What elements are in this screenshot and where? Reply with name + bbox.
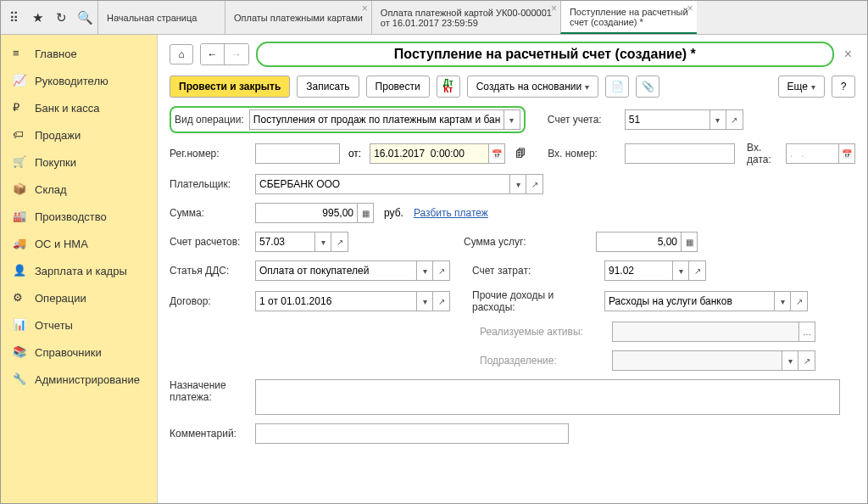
dropdown-icon[interactable]: ▾ <box>504 109 520 130</box>
sidebar-item-purchases[interactable]: 🛒Покупки <box>1 148 157 176</box>
purpose-label: Назначение платежа: <box>170 379 250 403</box>
rub-label: руб. <box>384 207 403 219</box>
sidebar-item-production[interactable]: 🏭Производство <box>1 203 157 230</box>
open-icon[interactable]: ↗ <box>433 291 450 311</box>
comment-input[interactable] <box>255 423 569 444</box>
apps-icon[interactable]: ⠿ <box>6 10 21 25</box>
content: ⌂ ← → Поступление на расчетный счет (соз… <box>158 35 867 503</box>
calendar-icon[interactable]: 📅 <box>838 143 855 164</box>
dropdown-icon[interactable]: ▾ <box>509 174 526 194</box>
topbar: ⠿ ★ ↻ 🔍 Начальная страница × Оплаты плат… <box>1 1 867 35</box>
regno-input[interactable] <box>255 143 340 164</box>
sidebar-item-reports[interactable]: 📊Отчеты <box>1 311 157 339</box>
post-and-close-button[interactable]: Провести и закрыть <box>170 76 290 98</box>
doc-icon[interactable]: 🗐 <box>515 148 526 160</box>
dropdown-icon[interactable]: ▾ <box>416 260 433 281</box>
sidebar-item-hr[interactable]: 👤Зарплата и кадры <box>1 257 157 284</box>
calc-acct-input[interactable] <box>255 232 314 252</box>
contract-input[interactable] <box>255 291 416 311</box>
contract-label: Договор: <box>170 295 250 307</box>
split-payment-link[interactable]: Разбить платеж <box>414 207 488 219</box>
in-no-label: Вх. номер: <box>548 148 620 160</box>
payer-label: Плательщик: <box>170 178 250 190</box>
sidebar-item-refs[interactable]: 📚Справочники <box>1 339 157 366</box>
sidebar-item-admin[interactable]: 🔧Администрирование <box>1 366 157 393</box>
comment-label: Комментарий: <box>170 428 250 440</box>
close-page-button[interactable]: × <box>841 47 855 62</box>
forward-button[interactable]: → <box>225 44 248 64</box>
division-input[interactable] <box>612 350 782 371</box>
back-button[interactable]: ← <box>201 44 225 64</box>
sidebar-item-main[interactable]: ≡Главное <box>1 40 157 67</box>
create-based-button[interactable]: Создать на основании <box>467 76 599 98</box>
open-icon[interactable]: ↗ <box>526 174 543 194</box>
more-button[interactable]: Еще <box>778 76 825 98</box>
open-icon[interactable]: ↗ <box>331 232 348 252</box>
tab-home[interactable]: Начальная страница <box>97 1 225 34</box>
history-icon[interactable]: ↻ <box>53 10 69 25</box>
op-type-input[interactable] <box>249 109 504 130</box>
open-icon[interactable]: ↗ <box>433 260 450 281</box>
toolbar: Провести и закрыть Записать Провести ДтК… <box>170 76 855 98</box>
close-icon[interactable]: × <box>551 3 557 14</box>
attach-button[interactable]: 📎 <box>636 76 659 98</box>
dropdown-icon[interactable]: ▾ <box>709 109 726 130</box>
in-date-label: Вх. дата: <box>747 142 781 165</box>
dds-input[interactable] <box>255 260 416 281</box>
account-input[interactable] <box>625 109 709 130</box>
dropdown-icon[interactable]: ▾ <box>774 291 791 311</box>
purpose-textarea[interactable] <box>255 379 840 415</box>
sidebar-item-assets[interactable]: 🚚ОС и НМА <box>1 230 157 257</box>
dropdown-icon[interactable]: ▾ <box>672 260 689 281</box>
post-button[interactable]: Провести <box>366 76 430 98</box>
calc-icon[interactable]: ▦ <box>357 203 374 223</box>
star-icon[interactable]: ★ <box>30 10 45 25</box>
print-button[interactable]: 📄 <box>605 76 629 98</box>
calendar-icon[interactable]: 📅 <box>488 143 505 164</box>
other-label: Прочие доходы и расходы: <box>472 289 599 313</box>
home-button[interactable]: ⌂ <box>170 44 193 64</box>
sidebar-item-operations[interactable]: ⚙Операции <box>1 284 157 311</box>
topbar-icons: ⠿ ★ ↻ 🔍 <box>1 1 97 34</box>
sum-label: Сумма: <box>170 207 250 219</box>
sidebar-item-manager[interactable]: 📈Руководителю <box>1 67 157 94</box>
open-icon[interactable]: ↗ <box>726 109 743 130</box>
cost-acct-input[interactable] <box>604 260 672 281</box>
search-icon[interactable]: 🔍 <box>77 10 92 25</box>
close-icon[interactable]: × <box>362 3 368 14</box>
service-sum-input[interactable] <box>596 232 681 252</box>
open-icon[interactable]: ↗ <box>798 350 815 371</box>
nav-group: ← → <box>200 43 249 65</box>
other-input[interactable] <box>604 291 774 311</box>
tabs: Начальная страница × Оплаты платежными к… <box>97 1 867 34</box>
calc-icon[interactable]: ▦ <box>681 232 698 252</box>
dds-label: Статья ДДС: <box>170 265 250 277</box>
division-label: Подразделение: <box>480 355 607 367</box>
dropdown-icon[interactable]: ▾ <box>314 232 331 252</box>
payer-input[interactable] <box>255 174 509 194</box>
dropdown-icon[interactable]: ▾ <box>782 350 798 371</box>
tab-card-payments[interactable]: × Оплаты платежными картами <box>225 1 371 34</box>
assets-input[interactable] <box>612 322 798 342</box>
in-no-input[interactable] <box>625 143 735 164</box>
close-icon[interactable]: × <box>687 3 693 14</box>
dropdown-icon[interactable]: ▾ <box>416 291 433 311</box>
tab-card-payment-doc[interactable]: × Оплата платежной картой УК00-000001 от… <box>371 1 560 34</box>
open-icon[interactable]: ↗ <box>791 291 808 311</box>
service-sum-label: Сумма услуг: <box>464 236 591 248</box>
save-button[interactable]: Записать <box>297 76 359 98</box>
help-button[interactable]: ? <box>832 76 855 98</box>
sidebar-item-warehouse[interactable]: 📦Склад <box>1 176 157 203</box>
tab-bank-receipt[interactable]: × Поступление на расчетный счет (создани… <box>560 1 697 34</box>
date-input[interactable] <box>370 143 488 164</box>
cost-acct-label: Счет затрат: <box>472 265 599 277</box>
ellipsis-icon[interactable]: … <box>798 322 815 342</box>
sidebar-item-sales[interactable]: 🏷Продажи <box>1 121 157 148</box>
sidebar: ≡Главное 📈Руководителю ₽Банк и касса 🏷Пр… <box>1 35 158 503</box>
open-icon[interactable]: ↗ <box>689 260 706 281</box>
sum-input[interactable] <box>255 203 357 223</box>
assets-label: Реализуемые активы: <box>480 326 607 338</box>
in-date-input[interactable] <box>786 143 838 164</box>
sidebar-item-bank[interactable]: ₽Банк и касса <box>1 94 157 121</box>
dtkt-button[interactable]: ДтКт <box>437 76 460 98</box>
